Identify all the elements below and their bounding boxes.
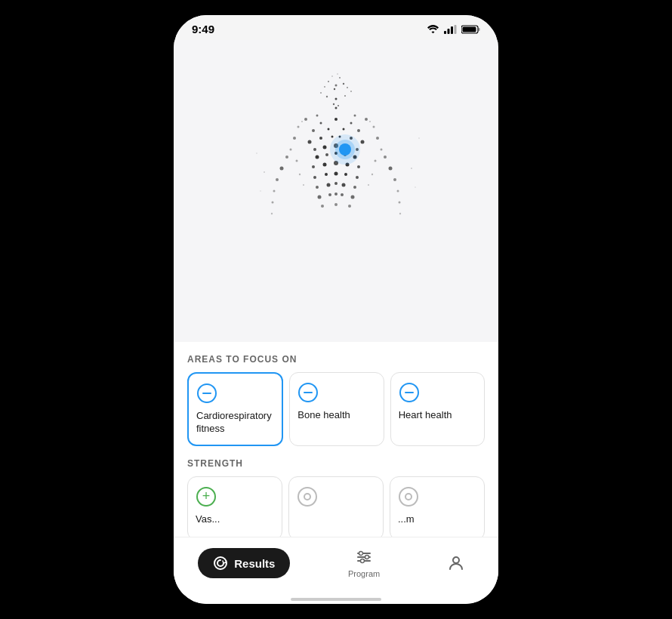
- svg-rect-5: [479, 28, 480, 31]
- card-label-heart: Heart health: [399, 409, 476, 422]
- svg-point-28: [297, 126, 300, 128]
- svg-point-14: [334, 88, 335, 90]
- nav-program[interactable]: Program: [339, 545, 389, 581]
- radio-icon-3: [398, 486, 419, 507]
- svg-point-102: [411, 168, 412, 169]
- svg-point-113: [359, 552, 363, 556]
- svg-point-81: [334, 182, 338, 185]
- svg-point-63: [399, 213, 401, 214]
- svg-point-37: [312, 129, 315, 132]
- svg-point-24: [304, 118, 307, 121]
- card-label-3: ...m: [398, 513, 476, 526]
- svg-point-94: [296, 160, 298, 162]
- card-bone-health[interactable]: Bone health: [289, 372, 384, 446]
- bottom-content: AREAS TO FOCUS ON Cardiorespiratory fitn…: [174, 342, 498, 537]
- status-icons: [427, 25, 480, 34]
- svg-point-35: [334, 118, 338, 121]
- svg-point-73: [357, 165, 360, 168]
- status-bar: 9:49: [174, 15, 498, 40]
- svg-point-60: [393, 178, 396, 181]
- program-icon: [355, 548, 373, 566]
- card-cardiorespiratory[interactable]: Cardiorespiratory fitness: [187, 372, 283, 446]
- svg-point-8: [328, 81, 329, 82]
- svg-point-19: [344, 95, 346, 97]
- nav-results[interactable]: Results: [198, 548, 290, 578]
- svg-point-78: [356, 176, 359, 179]
- svg-point-86: [334, 192, 338, 196]
- svg-point-31: [376, 137, 379, 140]
- card-label-bone: Bone health: [297, 409, 375, 422]
- card-label-vas: Vas...: [196, 513, 274, 526]
- svg-point-36: [350, 122, 353, 125]
- minus-icon-cardio: [196, 383, 217, 404]
- svg-point-16: [320, 92, 322, 94]
- svg-point-70: [323, 163, 327, 167]
- svg-point-20: [335, 98, 338, 100]
- svg-point-62: [399, 202, 401, 204]
- svg-point-10: [324, 86, 325, 88]
- svg-point-88: [351, 196, 355, 199]
- svg-point-17: [350, 91, 352, 92]
- svg-point-69: [312, 165, 315, 168]
- svg-point-9: [343, 83, 344, 85]
- results-icon: [213, 556, 228, 571]
- battery-icon: [461, 25, 480, 34]
- svg-point-108: [339, 143, 351, 156]
- svg-point-74: [313, 176, 316, 179]
- svg-point-56: [272, 202, 274, 204]
- svg-point-21: [333, 103, 334, 105]
- svg-point-23: [335, 107, 338, 109]
- section-title-strength: STRENGTH: [187, 458, 485, 469]
- results-label: Results: [234, 557, 275, 570]
- svg-rect-3: [455, 25, 457, 34]
- svg-point-98: [303, 184, 304, 186]
- svg-point-33: [381, 149, 383, 151]
- profile-icon: [447, 554, 465, 572]
- svg-rect-0: [444, 31, 446, 34]
- svg-rect-6: [463, 26, 476, 32]
- svg-point-93: [369, 121, 371, 122]
- svg-point-80: [327, 183, 331, 187]
- card-label-cardio: Cardiorespiratory fitness: [196, 410, 274, 436]
- svg-point-59: [389, 167, 393, 171]
- svg-point-57: [271, 213, 273, 214]
- svg-point-87: [341, 193, 344, 196]
- card-heart-health[interactable]: Heart health: [390, 372, 485, 446]
- svg-point-42: [319, 137, 322, 140]
- radio-inner-3: [405, 493, 412, 500]
- minus-icon-heart: [399, 382, 420, 403]
- svg-rect-1: [448, 29, 450, 34]
- signal-icon: [444, 25, 457, 34]
- svg-point-115: [361, 559, 365, 563]
- svg-point-22: [338, 105, 339, 106]
- svg-point-15: [337, 73, 338, 75]
- svg-point-101: [256, 152, 257, 154]
- svg-point-100: [418, 137, 420, 139]
- svg-point-79: [316, 186, 319, 189]
- card-strength-3[interactable]: ...m: [390, 476, 485, 537]
- svg-point-53: [280, 167, 284, 171]
- svg-point-12: [331, 75, 333, 77]
- svg-point-75: [325, 173, 328, 176]
- svg-point-30: [293, 137, 296, 140]
- home-bar: [291, 598, 381, 601]
- svg-point-61: [397, 190, 399, 192]
- minus-circle-bone: [298, 383, 318, 402]
- card-strength-2[interactable]: [288, 476, 384, 537]
- svg-point-39: [343, 128, 345, 131]
- svg-point-54: [276, 178, 279, 181]
- bottom-nav: Results Program: [174, 537, 498, 593]
- card-vas[interactable]: Vas...: [187, 476, 282, 537]
- svg-point-91: [348, 205, 351, 208]
- svg-point-43: [331, 136, 334, 138]
- svg-point-48: [323, 146, 327, 149]
- svg-point-26: [316, 115, 319, 117]
- svg-point-55: [273, 190, 276, 192]
- svg-point-38: [328, 128, 330, 131]
- wifi-icon: [427, 25, 439, 34]
- svg-point-18: [326, 96, 328, 97]
- svg-point-90: [334, 203, 338, 206]
- nav-profile[interactable]: [438, 551, 474, 575]
- svg-point-76: [334, 172, 338, 176]
- plus-circle: [196, 487, 216, 507]
